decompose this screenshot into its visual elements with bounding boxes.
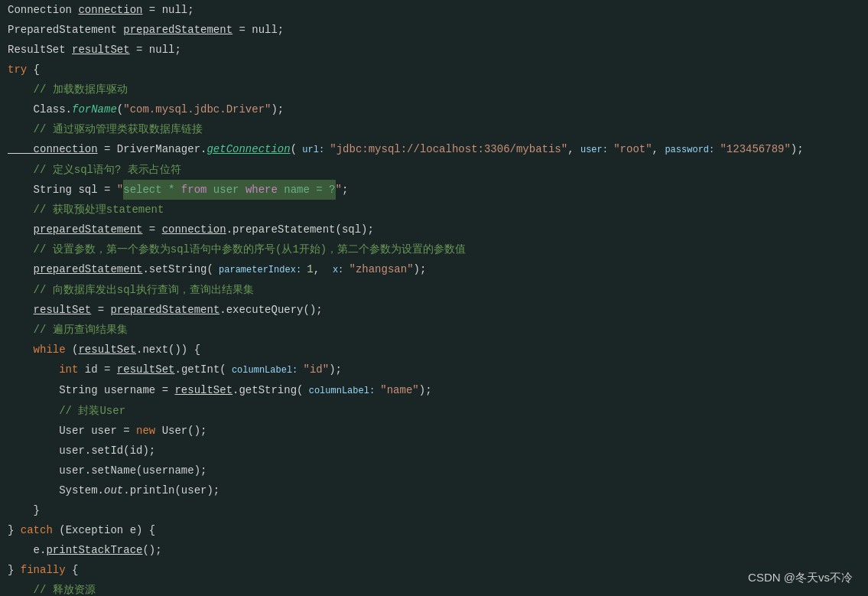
code-line-7: // 通过驱动管理类获取数据库链接 [8,119,807,139]
code-line-29: } finally { [8,560,807,580]
code-line-27: } catch (Exception e) { [8,520,807,540]
scrollbar-area[interactable] [814,0,868,596]
code-line-23: user.setId(id); [8,441,807,461]
code-line-19: int id = resultSet.getInt( columnLabel: … [8,360,807,380]
code-line-10: String sql = "select * from user where n… [8,180,807,200]
code-editor: Connection connection = null; PreparedSt… [0,0,814,596]
code-line-30: // 释放资源 [8,580,807,596]
code-line-16: resultSet = preparedStatement.executeQue… [8,300,807,320]
code-line-4: try { [8,60,807,80]
code-line-22: User user = new User(); [8,421,807,441]
code-line-1: Connection connection = null; [8,0,807,20]
code-line-5: // 加载数据库驱动 [8,80,807,99]
code-line-9: // 定义sql语句? 表示占位符 [8,160,807,180]
code-line-2: PreparedStatement preparedStatement = nu… [8,20,807,40]
code-line-25: System.out.println(user); [8,480,807,500]
code-line-8: connection = DriverManager.getConnection… [8,139,807,160]
code-line-14: preparedStatement.setString( parameterIn… [8,259,807,280]
code-line-15: // 向数据库发出sql执行查询，查询出结果集 [8,280,807,300]
code-line-24: user.setName(username); [8,461,807,480]
code-line-11: // 获取预处理statement [8,200,807,220]
code-line-28: e.printStackTrace(); [8,540,807,560]
code-line-3: ResultSet resultSet = null; [8,40,807,60]
code-line-20: String username = resultSet.getString( c… [8,380,807,401]
branding-text: CSDN @冬天vs不冷 [748,571,853,585]
code-line-21: // 封装User [8,401,807,421]
code-line-12: preparedStatement = connection.prepareSt… [8,220,807,239]
code-line-17: // 遍历查询结果集 [8,320,807,340]
code-line-18: while (resultSet.next()) { [8,340,807,360]
code-line-13: // 设置参数，第一个参数为sql语句中参数的序号(从1开始)，第二个参数为设置… [8,239,807,259]
code-line-6: Class.forName("com.mysql.jdbc.Driver"); [8,99,807,119]
code-line-26: } [8,500,807,520]
